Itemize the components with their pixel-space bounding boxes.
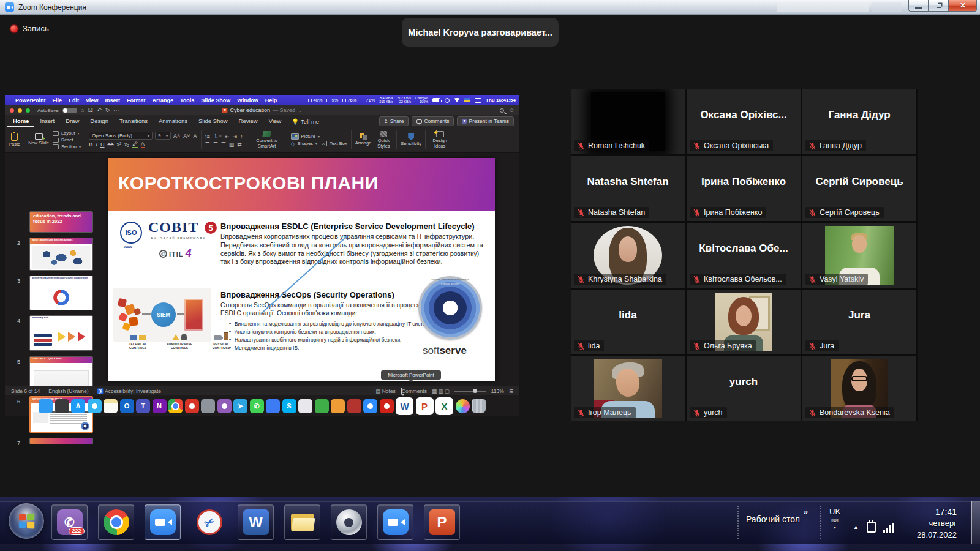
section-button[interactable]: Section▾ [53, 144, 81, 149]
autosave-toggle[interactable] [62, 108, 77, 113]
menu-insert[interactable]: Insert [105, 97, 120, 103]
dock-icon-photos[interactable] [456, 399, 470, 413]
dock-icon-teams[interactable]: T [136, 399, 150, 413]
control-center-icon[interactable] [445, 98, 450, 103]
dock-icon-powerpoint[interactable]: P [416, 397, 434, 415]
dock-icon-trash[interactable] [472, 399, 486, 413]
dock-icon-launchpad[interactable] [55, 399, 69, 413]
dock-icon-screen-share-gray[interactable] [201, 399, 215, 413]
taskbar-clock[interactable]: 17:41 четверг 28.07.2022 [900, 506, 957, 541]
participant-tile[interactable]: Vasyl Yatskiv [802, 223, 916, 288]
participant-tile[interactable]: Ольга Бруяка [687, 290, 801, 354]
redo-icon[interactable]: ↻ [105, 107, 110, 113]
participant-tile[interactable]: Bondarevska Ksenia [802, 356, 916, 421]
zoom-level[interactable]: 113% [491, 388, 504, 394]
quick-styles-button[interactable]: Quick Styles [374, 131, 393, 149]
dock-icon-chrome[interactable] [168, 399, 183, 413]
save-icon[interactable]: 🖫 [88, 107, 93, 113]
taskbar-word[interactable]: W [238, 504, 274, 540]
font-size-select[interactable]: 9▾ [155, 132, 171, 140]
display-icon[interactable] [475, 98, 481, 103]
mac-clock[interactable]: Thu 16:41:54 [486, 97, 516, 103]
dock-icon-acrobat[interactable] [380, 399, 394, 413]
text-box-button[interactable]: Text Box [330, 141, 347, 146]
menu-edit[interactable]: Edit [69, 97, 79, 103]
comments-toggle[interactable]: Comments [401, 388, 427, 394]
menu-arrange[interactable]: Arrange [152, 97, 173, 103]
slide-canvas[interactable]: КОРОТКОСТРОКОВІ ПЛАНИ ISO 20000 COBIT 5 … [108, 158, 495, 381]
menu-window[interactable]: Window [237, 97, 258, 103]
tell-me[interactable]: 💡Tell me [287, 118, 324, 125]
feedback-icon[interactable]: ☺ [509, 107, 514, 113]
align-center-button[interactable]: ☰ [213, 141, 218, 148]
present-in-teams-button[interactable]: TPresent in Teams [457, 116, 514, 126]
mac-stat[interactable]: 71% [361, 97, 375, 103]
battery-icon[interactable] [432, 98, 440, 102]
participant-tile[interactable]: Ігор Малець [571, 356, 685, 421]
restore-button[interactable] [929, 0, 949, 12]
italic-button[interactable]: I [96, 141, 98, 148]
mac-stat[interactable]: 76% [342, 97, 356, 103]
menu-format[interactable]: Format [127, 97, 146, 103]
slide-thumbnail-1[interactable]: education, trends and focus in 2022 [29, 211, 93, 233]
taskbar-viber[interactable]: ✆222 [51, 504, 88, 540]
taskbar-file-explorer[interactable] [284, 504, 320, 540]
outdent-button[interactable]: ⇤ [225, 133, 230, 140]
undo-icon[interactable]: ↶ [97, 107, 102, 113]
zoom-slider[interactable] [454, 391, 486, 392]
toolbar-expand-chevron[interactable]: » [804, 507, 808, 516]
participant-tile[interactable]: Квітослава Обе...Квітослава Обельов... [687, 223, 801, 288]
tab-home[interactable]: Home [7, 116, 34, 127]
arrange-button[interactable]: Arrange [355, 133, 372, 146]
wifi-icon[interactable] [454, 98, 460, 102]
menu-slide-show[interactable]: Slide Show [201, 97, 230, 103]
start-button[interactable] [9, 503, 44, 539]
slide-thumbnail-2[interactable]: World's Biggest Data Breaches & Hacks [29, 238, 93, 271]
taskbar-snipping-tool[interactable]: ✂ [191, 504, 227, 540]
tab-insert[interactable]: Insert [34, 116, 60, 127]
desktop-toolbar-label[interactable]: Рабочий стол [746, 514, 800, 524]
power-tray-icon[interactable] [867, 522, 876, 533]
columns-button[interactable]: ▥ [229, 141, 235, 148]
taskbar-zoom[interactable] [145, 504, 181, 540]
slide-counter[interactable]: Slide 6 of 14 [11, 388, 40, 394]
participant-tile[interactable]: JuraJura [802, 290, 916, 354]
toolbar-grip[interactable] [820, 506, 821, 539]
bullets-button[interactable]: ⁝≡ [205, 133, 210, 140]
numbering-button[interactable]: ⒈≡ [213, 132, 222, 140]
taskbar-zoom-meeting[interactable] [377, 504, 413, 540]
dock-icon-word[interactable]: W [396, 397, 413, 415]
design-ideas-button[interactable]: Design Ideas [429, 131, 450, 149]
participant-tile[interactable]: Khrystyna Shabalkina [571, 223, 685, 288]
participant-tile[interactable]: Roman Lishchuk [571, 89, 685, 154]
sensitivity-button[interactable]: Sensitivity [401, 133, 421, 146]
mac-minimize-icon[interactable] [18, 108, 22, 113]
participant-tile[interactable]: lidalida [571, 290, 685, 354]
dock-icon-green-app[interactable] [315, 399, 329, 413]
menu-tools[interactable]: Tools [180, 97, 194, 103]
menu-view[interactable]: View [86, 97, 98, 103]
dock-icon-excel[interactable]: X [435, 397, 453, 415]
dock-icon-media-red[interactable] [185, 399, 199, 413]
indent-button[interactable]: ⇥ [232, 133, 237, 140]
tab-view[interactable]: View [263, 116, 287, 127]
bold-button[interactable]: B [89, 141, 93, 148]
line-spacing-button[interactable]: ↕ [240, 133, 243, 140]
mac-zoom-icon[interactable] [26, 108, 30, 113]
language-indicator[interactable]: UK ⌨▾ [829, 507, 840, 531]
input-source-icon[interactable] [464, 98, 470, 102]
fit-slide-button[interactable]: ⊞ [509, 388, 513, 394]
comments-button[interactable]: Comments [412, 116, 454, 126]
mac-close-icon[interactable] [10, 108, 14, 113]
show-hidden-icons-button[interactable]: ▲ [853, 524, 859, 530]
paste-button[interactable]: Paste [9, 133, 20, 147]
slide-thumbnail-7[interactable] [29, 438, 93, 444]
reset-button[interactable]: Reset [53, 137, 81, 143]
home-icon[interactable]: ⌂ [81, 107, 84, 113]
grow-font-button[interactable]: A˄ [173, 133, 180, 139]
participant-tile[interactable]: Ірина ПобіженкоІрина Побіженко [687, 156, 801, 221]
dock-icon-messages[interactable] [266, 399, 280, 413]
highlight-button[interactable]: 🖉 [132, 141, 138, 148]
dock-icon-skype[interactable]: S [282, 399, 296, 413]
tab-transitions[interactable]: Transitions [114, 116, 153, 127]
